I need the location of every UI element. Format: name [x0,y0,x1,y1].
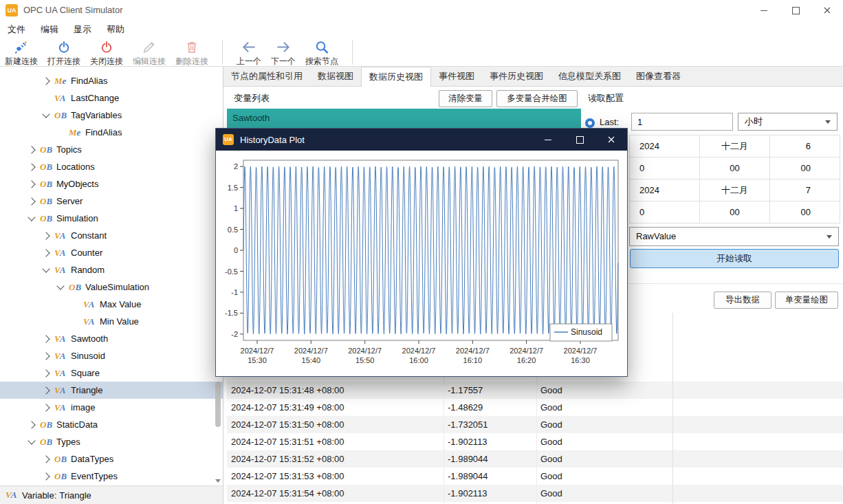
tree-item-findalias[interactable]: MeFindAlias [0,72,223,89]
next-node-button[interactable]: 下一个 [266,39,300,67]
chevron-right-icon[interactable] [42,455,50,463]
tree-item-max-value[interactable]: VAMax Value [0,296,223,313]
search-node-button[interactable]: 搜索节点 [300,39,343,67]
plot-minimize-button[interactable] [532,129,564,151]
datetime-cell[interactable]: 00 [769,201,840,223]
return-type-select[interactable]: RawValue [629,227,839,246]
plot-window-titlebar[interactable]: UA HistoryData Plot [216,129,627,151]
open-connection-button[interactable]: 打开连接 [43,39,85,67]
chevron-down-icon[interactable] [56,282,64,289]
clear-variables-button[interactable]: 清除变量 [439,90,492,107]
plot-close-button[interactable] [595,129,627,151]
table-row[interactable]: 2024-12-07 15:31:51 +08:00-1.902113Good [227,433,843,450]
tree-item-constant[interactable]: VAConstant [0,227,223,244]
tree-item-findalias[interactable]: MeFindAlias [0,124,223,141]
datetime-cell[interactable]: 十二月 [699,179,769,201]
table-row[interactable]: 2024-12-07 15:31:49 +08:00-1.48629Good [227,399,843,416]
chevron-right-icon[interactable] [28,146,35,153]
table-row[interactable]: 2024-12-07 15:31:52 +08:00-1.989044Good [227,450,843,468]
tab-info-model-diagram[interactable]: 信息模型关系图 [551,67,628,86]
tree-item-myobjects[interactable]: OBMyObjects [0,175,223,193]
chevron-right-icon[interactable] [42,249,50,256]
datetime-cell[interactable]: 6 [769,135,840,157]
menu-item[interactable]: 帮助 [99,21,132,38]
variable-list-item-sawtooth[interactable]: Sawtooth [227,109,581,128]
close-button[interactable] [811,0,843,21]
last-radio[interactable] [585,118,595,128]
chevron-right-icon[interactable] [42,386,50,394]
single-variable-plot-button[interactable]: 单变量绘图 [775,292,838,309]
tree-item-staticdata[interactable]: OBStaticData [0,416,223,433]
tab-data-history-view[interactable]: 数据历史视图 [361,67,431,87]
scrollbar-down-arrow-icon[interactable] [215,479,221,483]
table-row[interactable]: 2024-12-07 15:31:50 +08:00-1.732051Good [227,416,843,433]
chevron-right-icon[interactable] [42,352,50,360]
tree-item-image[interactable]: VAimage [0,399,223,416]
datetime-cell[interactable]: 7 [769,179,840,201]
close-connection-button[interactable]: 关闭连接 [85,39,128,67]
new-connection-button[interactable]: 新建连接 [0,39,43,67]
chevron-right-icon[interactable] [42,335,50,342]
prev-node-button[interactable]: 上一个 [232,39,266,67]
chevron-right-icon[interactable] [28,421,35,428]
tab-image-viewer[interactable]: 图像查看器 [628,67,688,86]
tree-item-topics[interactable]: OBTopics [0,141,223,158]
tree-item-datatypes[interactable]: OBDataTypes [0,450,223,468]
tree-item-simulation[interactable]: OBSimulation [0,210,223,227]
chevron-right-icon[interactable] [42,232,50,239]
chevron-down-icon[interactable] [42,265,50,272]
chevron-right-icon[interactable] [42,77,50,85]
menu-item[interactable]: 显示 [66,21,99,38]
datetime-cell[interactable]: 十二月 [699,135,769,157]
datetime-cell[interactable]: 2024 [629,179,699,201]
datetime-cell[interactable]: 00 [769,157,840,179]
tree-item-triangle[interactable]: VATriangle [0,382,223,399]
tree-item-types[interactable]: OBTypes [0,433,223,450]
datetime-cell[interactable]: 00 [699,201,769,223]
edit-connection-button[interactable]: 编辑连接 [128,39,171,67]
tree-item-valuesimulation[interactable]: OBValueSimulation [0,278,223,296]
tab-data-view[interactable]: 数据视图 [310,67,361,86]
tree-item-counter[interactable]: VACounter [0,244,223,261]
merge-plot-button[interactable]: 多变量合并绘图 [496,90,578,107]
menu-item[interactable]: 文件 [0,21,33,38]
chevron-down-icon[interactable] [42,110,50,118]
minimize-button[interactable] [748,0,780,21]
chevron-right-icon[interactable] [42,472,50,480]
chevron-right-icon[interactable] [28,163,35,171]
tree-item-sinusoid[interactable]: VASinusoid [0,347,223,364]
chevron-down-icon[interactable] [28,213,35,221]
chevron-right-icon[interactable] [42,369,50,377]
tree-item-tagvariables[interactable]: OBTagVariables [0,107,223,124]
tab-node-attributes-references[interactable]: 节点的属性和引用 [223,67,310,86]
table-row[interactable]: 2024-12-07 15:31:48 +08:00-1.17557Good [227,382,843,399]
tab-event-view[interactable]: 事件视图 [431,67,482,86]
tab-event-history-view[interactable]: 事件历史视图 [482,67,551,86]
export-data-button[interactable]: 导出数据 [714,292,771,309]
last-value-input[interactable] [631,113,733,131]
tree-item-server[interactable]: OBServer [0,193,223,210]
chevron-right-icon[interactable] [42,404,50,411]
plot-maximize-button[interactable] [564,129,595,151]
chevron-right-icon[interactable] [28,197,35,205]
tree-item-eventtypes[interactable]: OBEventTypes [0,468,223,485]
datetime-cell[interactable]: 0 [629,201,699,223]
time-unit-select[interactable]: 小时 [738,113,837,131]
maximize-button[interactable] [780,0,811,21]
tree-item-random[interactable]: VARandom [0,261,223,278]
menu-item[interactable]: 编辑 [33,21,66,38]
datetime-cell[interactable]: 0 [629,157,699,179]
tree-scrollbar-thumb[interactable] [215,382,221,427]
table-row[interactable]: 2024-12-07 15:31:54 +08:00-1.902113Good [227,485,843,502]
delete-connection-button[interactable]: 删除连接 [171,39,213,67]
datetime-cell[interactable]: 2024 [629,135,699,157]
table-row[interactable]: 2024-12-07 15:31:53 +08:00-1.989044Good [227,468,843,485]
tree-item-lastchange[interactable]: VALastChange [0,89,223,107]
chevron-down-icon[interactable] [28,437,35,444]
datetime-cell[interactable]: 00 [699,157,769,179]
tree-item-locations[interactable]: OBLocations [0,158,223,175]
tree-item-square[interactable]: VASquare [0,364,223,382]
titlebar[interactable]: UA OPC UA Client Simulator [0,0,843,21]
tree-item-min-value[interactable]: VAMin Value [0,313,223,330]
chevron-right-icon[interactable] [28,180,35,188]
